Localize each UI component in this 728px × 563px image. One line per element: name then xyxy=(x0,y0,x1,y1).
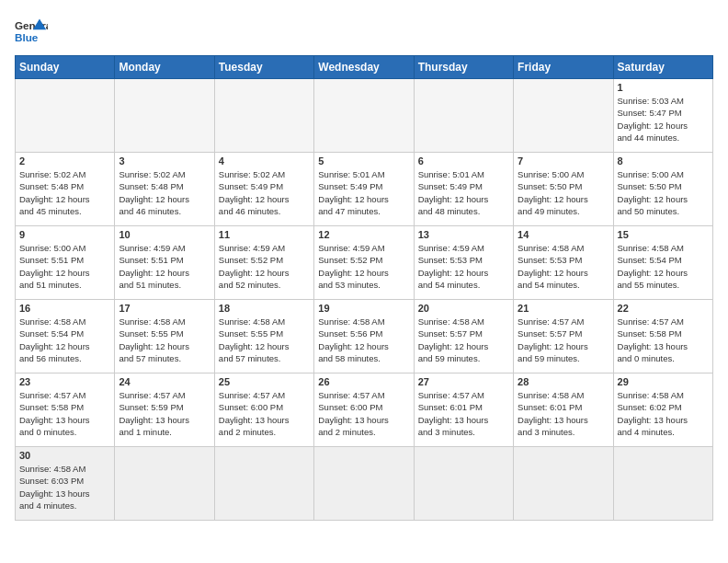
day-info: Sunrise: 4:59 AM Sunset: 5:51 PM Dayligh… xyxy=(119,242,210,291)
day-info: Sunrise: 4:57 AM Sunset: 5:59 PM Dayligh… xyxy=(119,389,210,438)
calendar-day-22: 22Sunrise: 4:57 AM Sunset: 5:58 PM Dayli… xyxy=(613,300,712,373)
calendar-day-empty xyxy=(414,79,513,153)
day-info: Sunrise: 5:01 AM Sunset: 5:49 PM Dayligh… xyxy=(318,168,409,217)
calendar-day-10: 10Sunrise: 4:59 AM Sunset: 5:51 PM Dayli… xyxy=(115,226,214,300)
day-info: Sunrise: 5:03 AM Sunset: 5:47 PM Dayligh… xyxy=(618,95,709,144)
day-number: 14 xyxy=(518,229,609,240)
calendar-day-24: 24Sunrise: 4:57 AM Sunset: 5:59 PM Dayli… xyxy=(115,373,214,447)
calendar-day-1: 1Sunrise: 5:03 AM Sunset: 5:47 PM Daylig… xyxy=(613,79,712,153)
calendar-day-14: 14Sunrise: 4:58 AM Sunset: 5:53 PM Dayli… xyxy=(514,226,613,300)
calendar-day-empty xyxy=(115,447,214,521)
calendar-day-11: 11Sunrise: 4:59 AM Sunset: 5:52 PM Dayli… xyxy=(214,226,313,300)
calendar-day-18: 18Sunrise: 4:58 AM Sunset: 5:55 PM Dayli… xyxy=(214,300,313,373)
calendar-day-30: 30Sunrise: 4:58 AM Sunset: 6:03 PM Dayli… xyxy=(16,447,115,521)
calendar-day-2: 2Sunrise: 5:02 AM Sunset: 5:48 PM Daylig… xyxy=(16,153,115,226)
calendar-day-25: 25Sunrise: 4:57 AM Sunset: 6:00 PM Dayli… xyxy=(214,373,313,447)
day-number: 10 xyxy=(119,229,210,240)
calendar-week-0: 1Sunrise: 5:03 AM Sunset: 5:47 PM Daylig… xyxy=(16,79,713,153)
day-number: 15 xyxy=(618,229,709,240)
page-header: General Blue xyxy=(15,15,713,48)
day-info: Sunrise: 5:02 AM Sunset: 5:48 PM Dayligh… xyxy=(19,168,110,217)
day-info: Sunrise: 5:00 AM Sunset: 5:50 PM Dayligh… xyxy=(618,168,709,217)
weekday-friday: Friday xyxy=(514,56,613,79)
calendar-day-empty xyxy=(314,447,414,521)
calendar-day-23: 23Sunrise: 4:57 AM Sunset: 5:58 PM Dayli… xyxy=(16,373,115,447)
day-number: 25 xyxy=(219,376,310,387)
day-number: 5 xyxy=(318,155,409,167)
day-number: 29 xyxy=(618,376,709,387)
day-info: Sunrise: 4:57 AM Sunset: 5:57 PM Dayligh… xyxy=(518,316,609,364)
calendar-day-5: 5Sunrise: 5:01 AM Sunset: 5:49 PM Daylig… xyxy=(314,153,414,226)
calendar-day-21: 21Sunrise: 4:57 AM Sunset: 5:57 PM Dayli… xyxy=(514,300,613,373)
day-info: Sunrise: 4:58 AM Sunset: 6:01 PM Dayligh… xyxy=(518,389,609,438)
weekday-header-row: SundayMondayTuesdayWednesdayThursdayFrid… xyxy=(16,56,713,79)
day-info: Sunrise: 4:59 AM Sunset: 5:52 PM Dayligh… xyxy=(219,242,310,291)
day-info: Sunrise: 5:02 AM Sunset: 5:48 PM Dayligh… xyxy=(119,168,210,217)
day-number: 26 xyxy=(318,376,409,387)
day-number: 22 xyxy=(618,303,709,314)
day-info: Sunrise: 4:57 AM Sunset: 5:58 PM Dayligh… xyxy=(19,389,110,438)
weekday-wednesday: Wednesday xyxy=(314,56,414,79)
weekday-thursday: Thursday xyxy=(414,56,513,79)
calendar-day-empty xyxy=(214,79,313,153)
day-info: Sunrise: 4:58 AM Sunset: 5:57 PM Dayligh… xyxy=(418,316,509,364)
weekday-sunday: Sunday xyxy=(16,56,115,79)
calendar-week-4: 23Sunrise: 4:57 AM Sunset: 5:58 PM Dayli… xyxy=(16,373,713,447)
day-info: Sunrise: 4:59 AM Sunset: 5:53 PM Dayligh… xyxy=(418,242,509,291)
day-number: 1 xyxy=(618,82,709,93)
day-info: Sunrise: 4:58 AM Sunset: 6:03 PM Dayligh… xyxy=(19,463,110,511)
day-number: 8 xyxy=(618,155,709,167)
calendar-day-empty xyxy=(514,79,613,153)
day-info: Sunrise: 4:58 AM Sunset: 5:55 PM Dayligh… xyxy=(119,316,210,364)
day-info: Sunrise: 5:02 AM Sunset: 5:49 PM Dayligh… xyxy=(219,168,310,217)
calendar-day-7: 7Sunrise: 5:00 AM Sunset: 5:50 PM Daylig… xyxy=(514,153,613,226)
day-info: Sunrise: 4:59 AM Sunset: 5:52 PM Dayligh… xyxy=(318,242,409,291)
calendar-day-empty xyxy=(115,79,214,153)
calendar-day-29: 29Sunrise: 4:58 AM Sunset: 6:02 PM Dayli… xyxy=(613,373,712,447)
calendar-day-8: 8Sunrise: 5:00 AM Sunset: 5:50 PM Daylig… xyxy=(613,153,712,226)
day-number: 28 xyxy=(518,376,609,387)
calendar-day-16: 16Sunrise: 4:58 AM Sunset: 5:54 PM Dayli… xyxy=(16,300,115,373)
calendar-day-empty xyxy=(514,447,613,521)
calendar-day-4: 4Sunrise: 5:02 AM Sunset: 5:49 PM Daylig… xyxy=(214,153,313,226)
calendar-day-19: 19Sunrise: 4:58 AM Sunset: 5:56 PM Dayli… xyxy=(314,300,414,373)
day-number: 23 xyxy=(19,376,110,387)
calendar-day-empty xyxy=(16,79,115,153)
day-number: 9 xyxy=(19,229,110,240)
calendar-table: SundayMondayTuesdayWednesdayThursdayFrid… xyxy=(15,55,713,521)
day-number: 17 xyxy=(119,303,210,314)
calendar-week-1: 2Sunrise: 5:02 AM Sunset: 5:48 PM Daylig… xyxy=(16,153,713,226)
weekday-tuesday: Tuesday xyxy=(214,56,313,79)
day-info: Sunrise: 4:57 AM Sunset: 6:00 PM Dayligh… xyxy=(219,389,310,438)
day-number: 21 xyxy=(518,303,609,314)
day-info: Sunrise: 5:01 AM Sunset: 5:49 PM Dayligh… xyxy=(418,168,509,217)
day-info: Sunrise: 4:58 AM Sunset: 5:56 PM Dayligh… xyxy=(318,316,409,364)
calendar-day-empty xyxy=(214,447,313,521)
logo-icon: General Blue xyxy=(15,15,48,48)
calendar-day-17: 17Sunrise: 4:58 AM Sunset: 5:55 PM Dayli… xyxy=(115,300,214,373)
day-number: 12 xyxy=(318,229,409,240)
weekday-monday: Monday xyxy=(115,56,214,79)
day-info: Sunrise: 5:00 AM Sunset: 5:50 PM Dayligh… xyxy=(518,168,609,217)
calendar-day-13: 13Sunrise: 4:59 AM Sunset: 5:53 PM Dayli… xyxy=(414,226,513,300)
weekday-saturday: Saturday xyxy=(613,56,712,79)
day-number: 4 xyxy=(219,155,310,167)
calendar-day-26: 26Sunrise: 4:57 AM Sunset: 6:00 PM Dayli… xyxy=(314,373,414,447)
day-info: Sunrise: 4:58 AM Sunset: 5:53 PM Dayligh… xyxy=(518,242,609,291)
day-number: 11 xyxy=(219,229,310,240)
day-number: 3 xyxy=(119,155,210,167)
calendar-day-6: 6Sunrise: 5:01 AM Sunset: 5:49 PM Daylig… xyxy=(414,153,513,226)
day-info: Sunrise: 4:58 AM Sunset: 5:54 PM Dayligh… xyxy=(618,242,709,291)
day-number: 2 xyxy=(19,155,110,167)
day-info: Sunrise: 5:00 AM Sunset: 5:51 PM Dayligh… xyxy=(19,242,110,291)
calendar-day-12: 12Sunrise: 4:59 AM Sunset: 5:52 PM Dayli… xyxy=(314,226,414,300)
day-number: 27 xyxy=(418,376,509,387)
day-number: 7 xyxy=(518,155,609,167)
day-number: 19 xyxy=(318,303,409,314)
calendar-day-28: 28Sunrise: 4:58 AM Sunset: 6:01 PM Dayli… xyxy=(514,373,613,447)
svg-text:Blue: Blue xyxy=(15,31,39,43)
day-number: 24 xyxy=(119,376,210,387)
day-info: Sunrise: 4:58 AM Sunset: 5:54 PM Dayligh… xyxy=(19,316,110,364)
day-number: 13 xyxy=(418,229,509,240)
calendar-day-20: 20Sunrise: 4:58 AM Sunset: 5:57 PM Dayli… xyxy=(414,300,513,373)
